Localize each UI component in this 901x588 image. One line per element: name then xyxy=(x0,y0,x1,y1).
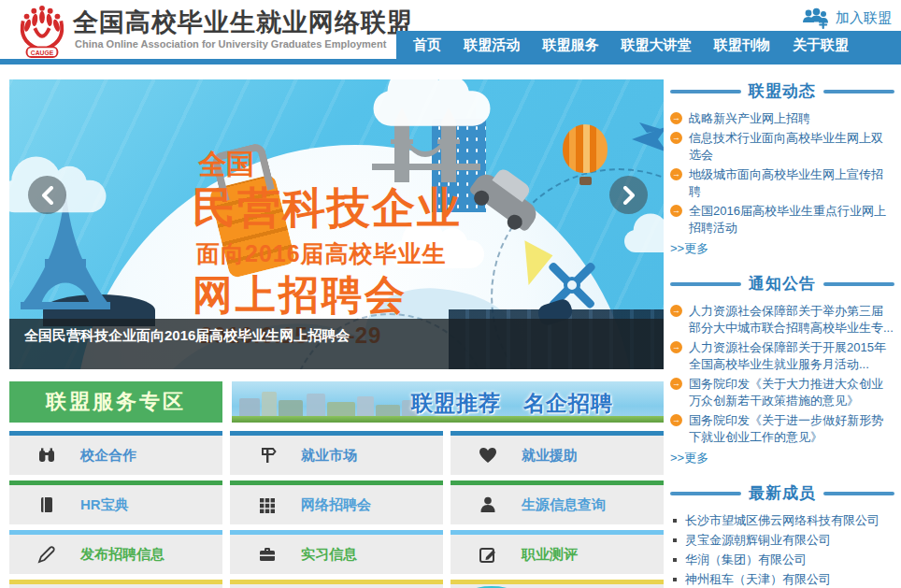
more-link[interactable]: >>更多 xyxy=(670,450,894,466)
section-header: 联盟动态 xyxy=(670,80,894,102)
cauge-logo-icon: CAUGE xyxy=(15,3,69,59)
service-label: 发布招聘信息 xyxy=(80,546,164,564)
nav-item-activities[interactable]: 联盟活动 xyxy=(464,36,520,54)
slide-caption-bar[interactable]: 全国民营科技企业面向2016届高校毕业生网上招聘会 xyxy=(9,319,664,369)
news-item[interactable]: →国务院印发《关于进一步做好新形势下就业创业工作的意见》 xyxy=(670,412,894,446)
section-alliance-news: 联盟动态 →战略新兴产业网上招聘 →信息技术行业面向高校毕业生网上双选会 →地级… xyxy=(670,80,894,257)
nav-item-publications[interactable]: 联盟刊物 xyxy=(714,36,770,54)
recommended-companies-banner[interactable]: 联盟推荐 名企招聘 xyxy=(232,381,664,423)
skyline-decoration xyxy=(327,402,355,417)
service-label: 校企合作 xyxy=(80,447,136,465)
section-title: 联盟动态 xyxy=(749,80,816,102)
service-career-assessment[interactable]: 职业测评 xyxy=(450,530,664,574)
slide-line-2: 民营科技企业 xyxy=(193,186,462,229)
service-post-job-info[interactable]: 发布招聘信息 xyxy=(9,530,222,574)
cloud-decoration xyxy=(624,230,664,252)
service-label: 实习信息 xyxy=(301,546,357,564)
service-label: 就业市场 xyxy=(301,447,357,465)
cloud-decoration xyxy=(374,91,491,126)
service-employment-assistance[interactable]: 就业援助 xyxy=(450,431,664,475)
nav-item-home[interactable]: 首页 xyxy=(413,36,441,54)
service-student-source-lookup[interactable]: 生源信息查询 xyxy=(450,480,664,524)
more-link[interactable]: >>更多 xyxy=(670,240,894,257)
skyline-decoration xyxy=(357,396,374,417)
arrow-bullet-icon: → xyxy=(670,305,682,317)
site-title: 全国高校毕业生就业网络联盟 xyxy=(73,6,413,39)
service-hr-handbook[interactable]: HR宝典 xyxy=(9,480,222,524)
signpost-icon xyxy=(258,446,277,465)
nav-item-services[interactable]: 联盟服务 xyxy=(542,36,598,54)
header-rule xyxy=(823,90,894,93)
header-rule xyxy=(823,282,894,286)
arrow-bullet-icon: → xyxy=(670,132,682,144)
service-label: HR宝典 xyxy=(80,496,129,514)
arrow-bullet-icon: → xyxy=(670,168,682,180)
sidebar: 联盟动态 →战略新兴产业网上招聘 →信息技术行业面向高校毕业生网上双选会 →地级… xyxy=(670,80,894,588)
header-rule xyxy=(670,492,741,495)
carousel-prev-button[interactable] xyxy=(28,176,66,214)
member-item[interactable]: 长沙市望城区佛云网络科技有限公司 xyxy=(670,512,894,529)
logo-acronym: CAUGE xyxy=(31,50,54,56)
service-cell-partial[interactable] xyxy=(9,580,222,588)
join-alliance-label: 加入联盟 xyxy=(836,9,892,27)
service-cell-partial[interactable] xyxy=(230,580,443,588)
join-alliance-link[interactable]: 加入联盟 xyxy=(801,7,892,29)
main-nav: 首页 联盟活动 联盟服务 联盟大讲堂 联盟刊物 关于联盟 xyxy=(396,31,901,59)
briefcase-icon xyxy=(258,545,277,564)
news-item[interactable]: →信息技术行业面向高校毕业生网上双选会 xyxy=(670,130,894,164)
service-cell-partial[interactable] xyxy=(450,580,664,588)
slide-line-4: 网上招聘会 xyxy=(193,275,462,315)
person-icon xyxy=(479,495,497,514)
section-header: 最新成员 xyxy=(670,482,894,504)
section-header: 通知公告 xyxy=(670,273,894,294)
service-online-job-fair[interactable]: 网络招聘会 xyxy=(230,480,443,524)
header-rule xyxy=(670,282,741,286)
grid-icon xyxy=(258,495,277,514)
news-item[interactable]: →国务院印发《关于大力推进大众创业万众创新若干政策措施的意见》 xyxy=(670,376,894,409)
header: CAUGE 全国高校毕业生就业网络联盟 China Online Associa… xyxy=(0,0,901,65)
helicopter-icon xyxy=(531,250,609,328)
edit-icon xyxy=(479,545,497,564)
service-employment-market[interactable]: 就业市场 xyxy=(230,431,443,475)
header-rule xyxy=(823,492,894,495)
section-new-members: 最新成员 长沙市望城区佛云网络科技有限公司 灵宝金源朝辉铜业有限公司 华润（集团… xyxy=(670,482,894,588)
skyline-decoration xyxy=(239,398,260,417)
header-rule xyxy=(670,90,741,93)
news-item[interactable]: →人力资源社会保障部关于开展2015年全国高校毕业生就业服务月活动... xyxy=(670,339,894,373)
skyline-decoration xyxy=(307,394,325,417)
skyline-decoration xyxy=(279,400,303,417)
chevron-left-icon xyxy=(41,186,54,205)
member-item[interactable]: 灵宝金源朝辉铜业有限公司 xyxy=(670,532,894,549)
arrow-bullet-icon: → xyxy=(670,205,682,217)
nav-item-about[interactable]: 关于联盟 xyxy=(793,36,849,54)
carousel-banner[interactable]: 全国 民营科技企业 面向2016届高校毕业生 网上招聘会 2016.6.15——… xyxy=(9,79,664,369)
recommended-companies-text: 联盟推荐 名企招聘 xyxy=(411,389,613,418)
nav-item-lecture-hall[interactable]: 联盟大讲堂 xyxy=(622,36,692,54)
news-item[interactable]: →地级城市面向高校毕业生网上宣传招聘 xyxy=(670,166,894,200)
section-notices: 通知公告 →人力资源社会保障部关于举办第三届部分大中城市联合招聘高校毕业生专..… xyxy=(670,273,894,466)
news-item[interactable]: →全国2016届高校毕业生重点行业网上招聘活动 xyxy=(670,203,894,237)
hot-air-balloon-icon xyxy=(563,124,608,173)
slide-line-1: 全国 xyxy=(198,151,462,179)
heart-icon xyxy=(479,446,497,465)
slide-caption-text: 全国民营科技企业面向2016届高校毕业生网上招聘会 xyxy=(24,327,350,343)
section-title: 最新成员 xyxy=(749,482,816,504)
carousel-next-button[interactable] xyxy=(609,176,648,214)
arrow-bullet-icon: → xyxy=(670,112,682,124)
services-zone-header: 联盟服务专区 xyxy=(9,381,222,423)
service-label: 网络招聘会 xyxy=(301,496,371,514)
slide-line-3: 面向2016届高校毕业生 xyxy=(196,242,462,265)
site-subtitle: China Online Association for University … xyxy=(75,38,386,50)
member-item[interactable]: 华润（集团）有限公司 xyxy=(670,552,894,568)
arrow-bullet-icon: → xyxy=(670,378,682,390)
group-add-icon xyxy=(801,7,829,29)
service-internship-info[interactable]: 实习信息 xyxy=(230,530,443,574)
service-school-enterprise-cooperation[interactable]: 校企合作 xyxy=(9,431,222,475)
section-title: 通知公告 xyxy=(749,273,816,294)
book-icon xyxy=(37,495,56,514)
header-divider-strip xyxy=(0,59,901,65)
news-item[interactable]: →人力资源社会保障部关于举办第三届部分大中城市联合招聘高校毕业生专... xyxy=(670,303,894,337)
member-item[interactable]: 神州租车（天津）有限公司 xyxy=(670,571,894,588)
news-item[interactable]: →战略新兴产业网上招聘 xyxy=(670,110,894,127)
airplane-icon xyxy=(619,122,664,162)
